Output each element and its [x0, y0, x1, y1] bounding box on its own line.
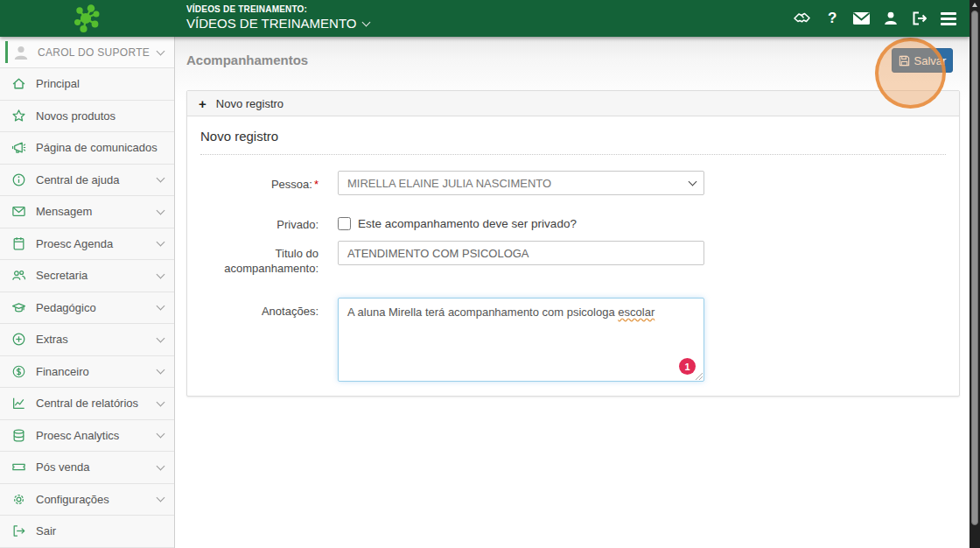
chevron-down-icon — [157, 206, 165, 214]
privado-checkbox[interactable] — [338, 217, 351, 230]
scrollbar-thumb[interactable] — [971, 11, 978, 525]
chevron-down-icon — [157, 366, 165, 375]
database-icon — [11, 428, 26, 443]
form-row-titulo: Titulo do acompanhamento: — [200, 241, 946, 276]
titulo-label: Titulo do acompanhamento: — [200, 241, 318, 276]
sidebar-item-label: Configurações — [36, 493, 148, 506]
sidebar: CAROL DO SUPORTE Principal Novos produto… — [0, 37, 175, 548]
sidebar-item-label: Central de relatórios — [36, 397, 148, 410]
chevron-down-icon — [157, 334, 165, 342]
envelope-icon — [11, 204, 26, 219]
ticket-icon — [11, 460, 26, 474]
top-navbar: VÍDEOS DE TREINAMENTO: VÍDEOS DE TREINAM… — [0, 0, 970, 37]
anotacoes-misspelled-word: escolar — [618, 306, 654, 319]
menu-icon[interactable] — [937, 7, 960, 30]
context-title: VÍDEOS DE TREINAMENTO — [186, 15, 356, 32]
sidebar-item-secretaria[interactable]: Secretaria — [0, 260, 174, 292]
sidebar-item-pagina-comunicados[interactable]: Página de comunicados — [0, 132, 174, 165]
page-title: Acompanhamentos — [186, 53, 308, 67]
save-button[interactable]: Salvar — [892, 48, 953, 73]
sidebar-item-label: Principal — [36, 77, 164, 90]
sidebar-menu: Principal Novos produtos Página de comun… — [0, 68, 174, 548]
required-asterisk: * — [314, 178, 318, 191]
pessoa-select[interactable]: MIRELLA ELAINE JULIA NASCIMENTO — [338, 171, 704, 195]
sidebar-item-label: Financeiro — [36, 365, 148, 378]
sidebar-user[interactable]: CAROL DO SUPORTE — [0, 37, 174, 68]
sidebar-item-label: Extras — [36, 333, 148, 346]
handshake-icon[interactable] — [792, 7, 815, 30]
save-icon — [899, 55, 910, 67]
section-title: Novo registro — [200, 129, 946, 144]
pessoa-label: Pessoa:* — [200, 171, 318, 192]
anotacoes-textarea[interactable]: A aluna Mirella terá acompanhamento com … — [338, 298, 704, 382]
user-name: CAROL DO SUPORTE — [38, 46, 150, 59]
form-row-privado: Privado: Este acompanhamento deve ser pr… — [200, 214, 946, 233]
chevron-down-icon — [157, 302, 165, 311]
chevron-down-icon — [689, 178, 697, 186]
chevron-down-icon — [157, 46, 165, 55]
sidebar-item-proesc-agenda[interactable]: Proesc Agenda — [0, 228, 174, 261]
sidebar-item-configuracoes[interactable]: Configurações — [0, 484, 174, 516]
sidebar-item-novos-produtos[interactable]: Novos produtos — [0, 101, 174, 133]
privado-label: Privado: — [200, 215, 318, 232]
graduation-cap-icon — [11, 300, 26, 315]
line-chart-icon — [11, 396, 26, 411]
user-icon[interactable] — [879, 7, 902, 30]
sidebar-item-sair[interactable]: Sair — [0, 516, 174, 548]
sidebar-item-label: Página de comunicados — [36, 141, 164, 154]
main-content: Acompanhamentos Salvar + Novo registro N… — [175, 37, 970, 548]
sidebar-item-central-relatorios[interactable]: Central de relatórios — [0, 388, 174, 420]
privado-checkbox-label: Este acompanhamento deve ser privado? — [358, 217, 577, 230]
plus-icon: + — [199, 97, 206, 110]
app-window: VÍDEOS DE TREINAMENTO: VÍDEOS DE TREINAM… — [0, 0, 980, 548]
active-indicator — [5, 41, 8, 63]
pessoa-select-value: MIRELLA ELAINE JULIA NASCIMENTO — [347, 177, 551, 190]
sidebar-item-principal[interactable]: Principal — [0, 68, 174, 101]
chevron-down-icon — [157, 430, 165, 439]
chevron-down-icon — [157, 238, 165, 247]
home-icon — [11, 76, 26, 91]
sidebar-item-label: Proesc Agenda — [36, 237, 148, 250]
sidebar-item-proesc-analytics[interactable]: Proesc Analytics — [0, 420, 174, 453]
scroll-up-arrow-icon[interactable] — [972, 3, 977, 7]
dotted-separator — [200, 154, 946, 155]
sidebar-item-label: Pós venda — [36, 460, 148, 474]
panel-header-title: Novo registro — [216, 97, 284, 110]
sidebar-item-pos-venda[interactable]: Pós venda — [0, 452, 174, 484]
sidebar-item-financeiro[interactable]: Financeiro — [0, 356, 174, 389]
sidebar-item-label: Pedagógico — [36, 301, 148, 314]
sidebar-item-label: Central de ajuda — [36, 173, 148, 186]
anotacoes-text: A aluna Mirella terá acompanhamento com … — [347, 306, 618, 319]
chevron-down-icon — [157, 461, 165, 470]
mail-icon[interactable] — [850, 7, 872, 30]
sidebar-item-label: Proesc Analytics — [36, 429, 148, 442]
sidebar-item-extras[interactable]: Extras — [0, 324, 174, 356]
chevron-down-icon — [157, 174, 165, 183]
info-icon — [11, 172, 26, 187]
sidebar-item-label: Sair — [36, 524, 164, 537]
context-title-block[interactable]: VÍDEOS DE TREINAMENTO: VÍDEOS DE TREINAM… — [186, 4, 369, 32]
sidebar-item-label: Mensagem — [36, 205, 148, 218]
help-icon[interactable]: ? — [821, 7, 844, 30]
chevron-down-icon — [362, 18, 371, 26]
sidebar-item-pedagogico[interactable]: Pedagógico — [0, 292, 174, 325]
topbar-actions: ? — [792, 0, 960, 37]
megaphone-icon — [11, 140, 26, 155]
form-row-pessoa: Pessoa:* MIRELLA ELAINE JULIA NASCIMENTO — [200, 171, 946, 195]
sign-out-icon — [11, 523, 26, 538]
vertical-scrollbar[interactable] — [970, 0, 980, 548]
panel-header-toggle[interactable]: + Novo registro — [187, 91, 959, 116]
star-icon — [11, 109, 26, 123]
proesc-logo-icon[interactable] — [72, 3, 103, 34]
context-label: VÍDEOS DE TREINAMENTO: — [186, 4, 369, 15]
sidebar-item-central-ajuda[interactable]: Central de ajuda — [0, 165, 174, 197]
chevron-down-icon — [157, 270, 165, 278]
anotacoes-label: Anotações: — [200, 298, 318, 319]
people-icon — [11, 268, 26, 283]
titulo-input[interactable] — [338, 241, 704, 265]
logout-icon[interactable] — [908, 7, 931, 30]
resize-handle-icon[interactable] — [694, 371, 703, 380]
sidebar-item-label: Secretaria — [36, 269, 148, 282]
sidebar-item-mensagem[interactable]: Mensagem — [0, 196, 174, 228]
panel-body: Novo registro Pessoa:* MIRELLA ELAINE JU… — [187, 116, 959, 382]
